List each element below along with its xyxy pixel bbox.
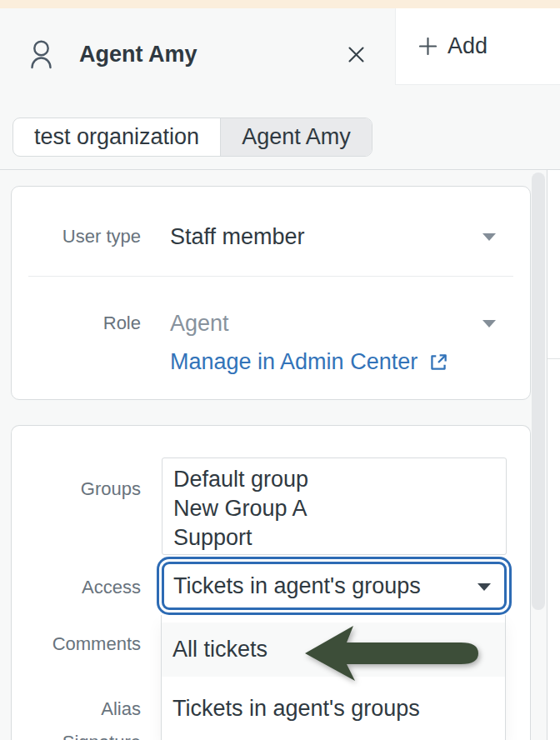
user-type-label: User type <box>12 226 141 248</box>
access-select-value: Tickets in agent's groups <box>173 573 421 599</box>
header-divider <box>0 169 560 170</box>
chevron-down-icon[interactable] <box>482 233 496 241</box>
alias-label: Alias <box>12 698 141 720</box>
access-label: Access <box>12 577 141 598</box>
manage-admin-center-link[interactable]: Manage in Admin Center <box>170 343 449 381</box>
breadcrumb: test organization Agent Amy <box>12 118 372 157</box>
access-dropdown-menu: All tickets Tickets in agent's groups <box>161 615 506 740</box>
menu-option-tickets-in-groups[interactable]: Tickets in agent's groups <box>162 677 505 740</box>
card-divider <box>28 276 513 277</box>
access-select[interactable]: Tickets in agent's groups <box>162 562 507 610</box>
group-item[interactable]: Default group <box>173 465 506 494</box>
person-icon <box>30 39 52 72</box>
right-panel-divider <box>548 358 560 359</box>
close-tab-button[interactable] <box>344 42 368 66</box>
user-type-value[interactable]: Staff member <box>170 224 305 250</box>
right-panel-edge <box>547 170 560 740</box>
comments-label: Comments <box>12 633 141 655</box>
groups-listbox[interactable]: Default group New Group A Support <box>162 458 507 555</box>
group-item[interactable]: New Group A <box>173 494 506 523</box>
chevron-down-icon <box>482 320 496 328</box>
chevron-down-icon <box>478 583 491 591</box>
plus-icon <box>419 38 437 55</box>
vertical-scrollbar[interactable] <box>532 172 545 610</box>
group-item[interactable]: Support <box>173 523 506 552</box>
add-tab-button[interactable]: Add <box>395 8 560 85</box>
signature-label: Signature <box>12 732 141 740</box>
header: Agent Amy Add test organization Agent Am… <box>0 8 560 170</box>
tab-title[interactable]: Agent Amy <box>79 42 198 66</box>
user-profile-screen: Agent Amy Add test organization Agent Am… <box>0 0 560 740</box>
user-type-card: User type Staff member Role Agent Manage… <box>11 186 531 400</box>
add-tab-label: Add <box>448 33 488 59</box>
external-link-icon <box>428 352 449 373</box>
close-icon <box>348 47 364 62</box>
breadcrumb-org[interactable]: test organization <box>13 118 220 156</box>
menu-option-all-tickets[interactable]: All tickets <box>162 622 505 677</box>
window-accent-strip <box>0 0 560 8</box>
role-label: Role <box>12 312 141 334</box>
groups-label: Groups <box>12 478 141 500</box>
role-value: Agent <box>170 311 229 337</box>
breadcrumb-user[interactable]: Agent Amy <box>220 118 372 156</box>
manage-link-label: Manage in Admin Center <box>170 349 418 375</box>
